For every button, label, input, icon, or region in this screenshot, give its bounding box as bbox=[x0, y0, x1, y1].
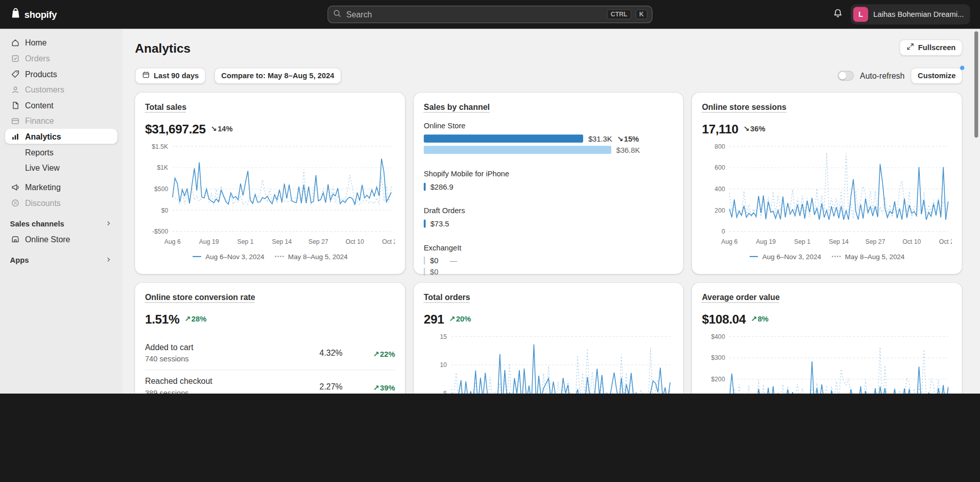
topbar-right: L Laihas Bohemian Dreami... bbox=[833, 5, 970, 25]
finance-icon bbox=[10, 116, 20, 125]
sidebar-item-content[interactable]: Content bbox=[5, 98, 117, 112]
svg-text:$500: $500 bbox=[154, 186, 168, 193]
sidebar-item-analytics[interactable]: Analytics bbox=[5, 129, 117, 144]
total-orders-title[interactable]: Total orders bbox=[424, 293, 470, 303]
arrow-up-icon: ↗ bbox=[751, 315, 757, 324]
sidebar-item-home[interactable]: Home bbox=[5, 35, 117, 50]
arrow-up-icon: ↗ bbox=[449, 315, 455, 324]
sessions-title[interactable]: Online store sessions bbox=[702, 103, 786, 113]
aov-title[interactable]: Average order value bbox=[702, 293, 779, 303]
shopify-admin: shopify Search CTRL K L Laihas Bohemian … bbox=[0, 0, 980, 394]
arrow-down-icon: ↘ bbox=[211, 125, 217, 133]
store-avatar: L bbox=[853, 7, 868, 21]
svg-text:Sep 14: Sep 14 bbox=[829, 238, 849, 245]
svg-text:$1K: $1K bbox=[157, 164, 169, 171]
svg-text:-$500: -$500 bbox=[152, 228, 168, 235]
discounts-icon bbox=[10, 198, 20, 207]
sales-channels-header[interactable]: Sales channels bbox=[5, 216, 117, 231]
total-sales-delta: ↘14% bbox=[211, 125, 233, 133]
total-sales-title[interactable]: Total sales bbox=[145, 103, 186, 113]
account-menu[interactable]: L Laihas Bohemian Dreami... bbox=[851, 5, 970, 25]
vertical-scrollbar[interactable] bbox=[974, 31, 978, 137]
sales-by-channel-title[interactable]: Sales by channel bbox=[424, 103, 490, 113]
channel-bar-current[interactable] bbox=[424, 182, 425, 191]
sidebar-item-discounts[interactable]: Discounts bbox=[5, 195, 117, 210]
total-sales-chart[interactable]: $1.5K$1K$500$0-$500Aug 6Aug 19Sep 1Sep 1… bbox=[145, 140, 395, 248]
svg-text:Sep 27: Sep 27 bbox=[308, 238, 328, 245]
channel-shopify-mobile: Shopify Mobile for iPhone $286.9 bbox=[424, 170, 673, 192]
search-placeholder: Search bbox=[346, 10, 603, 19]
current-period-marker bbox=[193, 256, 201, 257]
sessions-chart[interactable]: 8006004002000Aug 6Aug 19Sep 1Sep 14Sep 2… bbox=[702, 140, 952, 248]
sidebar-item-reports[interactable]: Reports bbox=[5, 145, 117, 159]
page-title: Analytics bbox=[135, 39, 962, 57]
search-icon bbox=[332, 9, 342, 20]
marketing-icon bbox=[10, 182, 20, 192]
channel-online-store: Online Store $31.3K ↘15% $36.8K bbox=[424, 121, 673, 154]
aov-chart[interactable]: $400$300$200$100$0Aug 6Aug 19Sep 1Sep 14… bbox=[702, 330, 952, 394]
channel-bar-previous[interactable] bbox=[424, 268, 425, 276]
total-sales-card: Total sales $31,697.25 ↘14% $1.5K$1K$500… bbox=[135, 93, 405, 274]
shopify-wordmark: shopify bbox=[25, 9, 57, 20]
svg-text:Aug 6: Aug 6 bbox=[721, 238, 737, 245]
svg-text:Aug 19: Aug 19 bbox=[199, 238, 219, 245]
svg-text:Oct 10: Oct 10 bbox=[346, 238, 364, 245]
apps-header[interactable]: Apps bbox=[5, 253, 117, 267]
search-input[interactable]: Search CTRL K bbox=[327, 6, 652, 23]
sidebar-item-marketing[interactable]: Marketing bbox=[5, 179, 117, 194]
topbar: shopify Search CTRL K L Laihas Bohemian … bbox=[0, 0, 980, 29]
report-controls: Last 90 days Compare to: May 8–Aug 5, 20… bbox=[135, 67, 962, 84]
svg-text:$1.5K: $1.5K bbox=[152, 143, 169, 150]
no-change-indicator: — bbox=[449, 256, 457, 265]
sessions-delta: ↘36% bbox=[744, 125, 766, 133]
sidebar-item-online-store[interactable]: Online Store bbox=[5, 232, 117, 246]
arrow-up-icon: ↗ bbox=[373, 383, 379, 392]
chart-legend: Aug 6–Nov 3, 2024 May 8–Aug 5, 2024 bbox=[702, 253, 952, 260]
arrow-up-icon: ↗ bbox=[373, 350, 379, 358]
chevron-right-icon bbox=[105, 256, 113, 265]
svg-text:0: 0 bbox=[722, 228, 725, 235]
arrow-down-icon: ↘ bbox=[744, 125, 750, 133]
channel-bar-current[interactable] bbox=[424, 257, 425, 265]
analytics-icon bbox=[10, 132, 20, 141]
svg-text:800: 800 bbox=[714, 143, 725, 150]
notification-bell-icon[interactable] bbox=[833, 8, 844, 21]
channel-bar-current[interactable] bbox=[424, 134, 583, 143]
storefront-icon bbox=[10, 234, 20, 243]
auto-refresh-label: Auto-refresh bbox=[860, 71, 905, 80]
arrow-down-icon: ↘ bbox=[617, 134, 623, 143]
fullscreen-icon bbox=[906, 42, 915, 53]
chart-legend: Aug 6–Nov 3, 2024 May 8–Aug 5, 2024 bbox=[145, 253, 395, 260]
sidebar-item-live-view[interactable]: Live View bbox=[5, 160, 117, 175]
sidebar-item-customers[interactable]: Customers bbox=[5, 82, 117, 97]
arrow-up-icon: ↗ bbox=[184, 315, 190, 324]
channel-draft-orders: Draft Orders $73.5 bbox=[424, 206, 673, 228]
sidebar-item-orders[interactable]: Orders bbox=[5, 51, 117, 65]
sidebar-item-finance[interactable]: Finance bbox=[5, 113, 117, 128]
svg-text:Aug 6: Aug 6 bbox=[164, 238, 181, 245]
total-orders-chart[interactable]: 151050Aug 6Aug 18Aug 30Sep 11Sep 23Oct 5… bbox=[424, 330, 674, 394]
svg-text:$400: $400 bbox=[711, 333, 725, 340]
svg-text:400: 400 bbox=[714, 186, 725, 193]
products-icon bbox=[10, 69, 20, 78]
sidebar-item-products[interactable]: Products bbox=[5, 66, 117, 81]
shortcut-k-key: K bbox=[635, 9, 648, 19]
fullscreen-button[interactable]: Fullscreen bbox=[899, 39, 963, 56]
compare-button[interactable]: Compare to: May 8–Aug 5, 2024 bbox=[214, 67, 341, 84]
auto-refresh-toggle[interactable] bbox=[838, 71, 854, 81]
customize-notification-dot bbox=[960, 66, 965, 71]
customize-button[interactable]: Customize bbox=[911, 67, 963, 84]
total-orders-card: Total orders 291 ↗20% 151050Aug 6Aug 18A… bbox=[414, 283, 683, 394]
conversion-title[interactable]: Online store conversion rate bbox=[145, 293, 255, 303]
svg-text:Sep 1: Sep 1 bbox=[794, 238, 810, 245]
shopify-logo[interactable]: shopify bbox=[10, 8, 57, 21]
date-range-button[interactable]: Last 90 days bbox=[135, 67, 205, 84]
aov-delta: ↗8% bbox=[751, 315, 769, 324]
svg-text:15: 15 bbox=[440, 333, 447, 340]
sessions-value: 17,110 bbox=[702, 122, 738, 136]
channel-bar-current[interactable] bbox=[424, 220, 425, 228]
sales-by-channel-card: Sales by channel Online Store $31.3K ↘15… bbox=[414, 93, 683, 274]
svg-text:$300: $300 bbox=[711, 354, 725, 361]
channel-bar-previous[interactable] bbox=[424, 146, 611, 154]
main-content: Analytics Fullscreen Last 90 days Compar… bbox=[123, 29, 980, 394]
